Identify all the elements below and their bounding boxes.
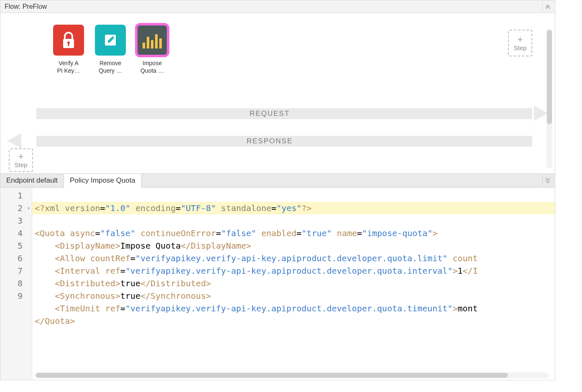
- flow-header: Flow: PreFlow: [0, 0, 555, 13]
- policy-remove-query[interactable]: RemoveQuery …: [93, 25, 128, 74]
- add-step-request-button[interactable]: + Step: [508, 30, 532, 56]
- add-step-label: Step: [514, 44, 527, 51]
- policy-row: Verify API Key… RemoveQuery …: [0, 13, 555, 74]
- collapse-top-icon[interactable]: [542, 1, 552, 11]
- tab-endpoint-default[interactable]: Endpoint default: [0, 174, 64, 187]
- bars-icon: [137, 25, 168, 56]
- policy-label: Verify API Key…: [51, 60, 86, 74]
- response-label: RESPONSE: [247, 137, 293, 145]
- request-label: REQUEST: [250, 109, 290, 118]
- add-step-label: Step: [15, 161, 28, 168]
- pencil-icon: [95, 25, 126, 56]
- code-editor[interactable]: 1 2 3 4 5 6 7 8 9 <?xml version="1.0" en…: [0, 188, 555, 380]
- svg-rect-2: [68, 43, 69, 46]
- policy-impose-quota[interactable]: ImposeQuota …: [135, 25, 169, 74]
- arrow-left-icon: [7, 133, 21, 148]
- flow-canvas: Verify API Key… RemoveQuery …: [0, 13, 555, 173]
- response-lane: RESPONSE: [7, 136, 532, 147]
- flow-title: Flow: PreFlow: [5, 3, 47, 10]
- tab-policy-impose-quota[interactable]: Policy Impose Quota: [64, 174, 142, 188]
- line-gutter: 1 2 3 4 5 6 7 8 9: [0, 188, 32, 380]
- code-content[interactable]: <?xml version="1.0" encoding="UTF-8" sta…: [32, 188, 555, 380]
- editor-tabs-bar: Endpoint default Policy Impose Quota: [0, 173, 555, 188]
- policy-label: ImposeQuota …: [135, 60, 169, 74]
- editor-horizontal-scrollbar[interactable]: [36, 372, 549, 378]
- flow-vertical-scrollbar[interactable]: [546, 30, 552, 168]
- add-step-response-button[interactable]: + Step: [9, 148, 33, 172]
- plus-icon: +: [18, 152, 24, 161]
- request-lane: REQUEST: [7, 108, 532, 119]
- arrow-right-icon: [534, 106, 548, 121]
- plus-icon: +: [518, 35, 523, 44]
- lock-icon: [53, 25, 84, 56]
- policy-verify-api-key[interactable]: Verify API Key…: [51, 25, 86, 74]
- policy-label: RemoveQuery …: [93, 60, 128, 74]
- expand-editor-icon[interactable]: [542, 176, 552, 186]
